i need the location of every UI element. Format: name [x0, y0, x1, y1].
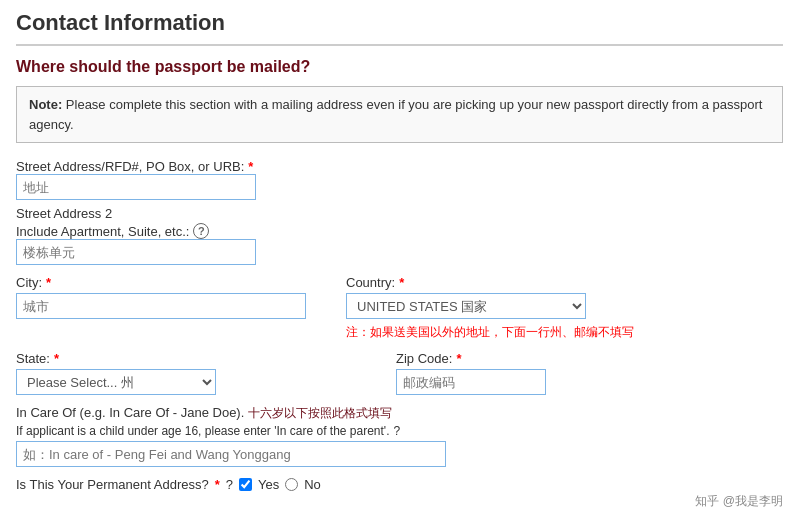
country-hint: 注：如果送美国以外的地址，下面一行州、邮编不填写	[346, 324, 634, 341]
note-box: Note: Please complete this section with …	[16, 86, 783, 143]
care-of-label: In Care Of (e.g. In Care Of - Jane Doe).…	[16, 405, 783, 422]
state-label: State: *	[16, 351, 216, 366]
street2-help-icon[interactable]: ?	[193, 223, 209, 239]
state-required: *	[54, 351, 59, 366]
note-label: Note:	[29, 97, 62, 112]
street-address-label: Street Address/RFD#, PO Box, or URB: *	[16, 159, 783, 174]
country-select[interactable]: UNITED STATES 国家	[346, 293, 586, 319]
street-address-group: Street Address/RFD#, PO Box, or URB: *	[16, 159, 783, 200]
care-of-chinese-hint: 十六岁以下按照此格式填写	[248, 406, 392, 420]
state-select[interactable]: Please Select... 州	[16, 369, 216, 395]
street-address2-input[interactable]	[16, 239, 256, 265]
care-of-sublabel: If applicant is a child under age 16, pl…	[16, 424, 783, 438]
permanent-address-help-icon[interactable]: ?	[226, 477, 233, 492]
care-of-group: In Care Of (e.g. In Care Of - Jane Doe).…	[16, 405, 783, 467]
permanent-address-required: *	[215, 477, 220, 492]
no-label: No	[304, 477, 321, 492]
watermark: 知乎 @我是李明	[695, 493, 783, 510]
country-required: *	[399, 275, 404, 290]
city-country-row: City: * Country: * UNITED STATES 国家 注：如果…	[16, 275, 783, 341]
country-group: Country: * UNITED STATES 国家 注：如果送美国以外的地址…	[346, 275, 634, 341]
zip-group: Zip Code: *	[396, 351, 546, 395]
section-subtitle: Where should the passport be mailed?	[16, 58, 783, 76]
care-of-help-icon[interactable]: ?	[394, 424, 401, 438]
state-zip-row: State: * Please Select... 州 Zip Code: *	[16, 351, 783, 395]
street-address2-group: Street Address 2 Include Apartment, Suit…	[16, 206, 783, 265]
street2-label: Street Address 2	[16, 206, 783, 221]
permanent-address-row: Is This Your Permanent Address? * ? Yes …	[16, 477, 783, 492]
note-text: Please complete this section with a mail…	[29, 97, 762, 132]
permanent-address-yes-checkbox[interactable]	[239, 478, 252, 491]
city-required: *	[46, 275, 51, 290]
street2-sublabel: Include Apartment, Suite, etc.: ?	[16, 223, 783, 239]
zip-input[interactable]	[396, 369, 546, 395]
page-container: Contact Information Where should the pas…	[0, 0, 799, 522]
care-of-input[interactable]	[16, 441, 446, 467]
street-address-input[interactable]	[16, 174, 256, 200]
city-group: City: *	[16, 275, 306, 319]
city-input[interactable]	[16, 293, 306, 319]
yes-label: Yes	[258, 477, 279, 492]
zip-required: *	[456, 351, 461, 366]
page-title: Contact Information	[16, 10, 783, 46]
zip-label: Zip Code: *	[396, 351, 546, 366]
city-label: City: *	[16, 275, 306, 290]
permanent-address-label: Is This Your Permanent Address?	[16, 477, 209, 492]
street-address-required: *	[248, 159, 253, 174]
country-label: Country: *	[346, 275, 634, 290]
permanent-address-no-radio[interactable]	[285, 478, 298, 491]
state-group: State: * Please Select... 州	[16, 351, 216, 395]
